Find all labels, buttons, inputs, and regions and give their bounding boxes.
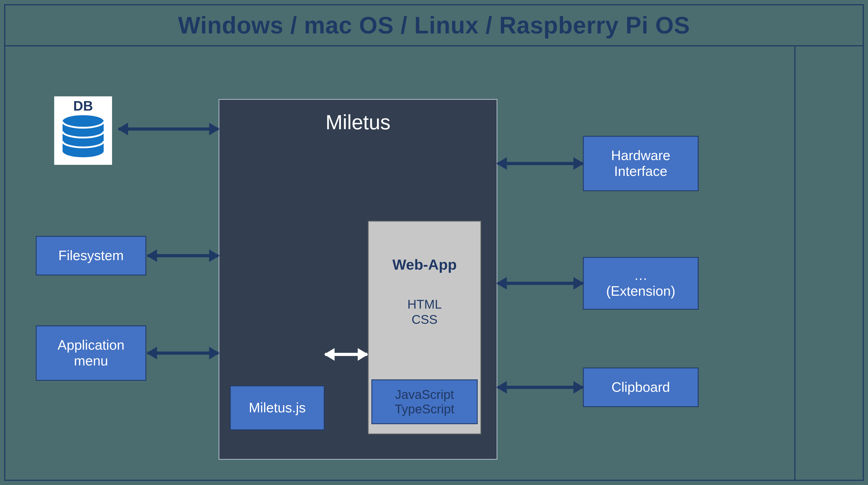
miletus-title: Miletus — [219, 110, 497, 134]
diagram-title: Windows / mac OS / Linux / Raspberry Pi … — [178, 12, 690, 39]
diagram-body: DB Filesystem Application menu Hardware … — [4, 46, 864, 481]
clipboard-node: Clipboard — [583, 368, 699, 407]
database-icon — [61, 114, 105, 164]
title-bar: Windows / mac OS / Linux / Raspberry Pi … — [4, 4, 864, 46]
db-label: DB — [73, 98, 93, 114]
filesystem-node: Filesystem — [36, 236, 146, 276]
db-node: DB — [54, 96, 112, 165]
right-divider — [794, 46, 796, 481]
webapp-title: Web-App — [369, 256, 480, 273]
webapp-script-box: JavaScript TypeScript — [371, 379, 478, 424]
miletus-js-box: Miletus.js — [230, 386, 324, 430]
app-menu-node: Application menu — [36, 325, 146, 381]
extension-node: … (Extension) — [583, 257, 699, 310]
webapp-box: Web-App HTML CSS JavaScript TypeScript — [368, 221, 481, 434]
miletus-container: Miletus Web-App HTML CSS JavaScript Type… — [219, 99, 497, 460]
hardware-interface-node: Hardware Interface — [583, 136, 699, 191]
webapp-sub: HTML CSS — [369, 297, 480, 327]
